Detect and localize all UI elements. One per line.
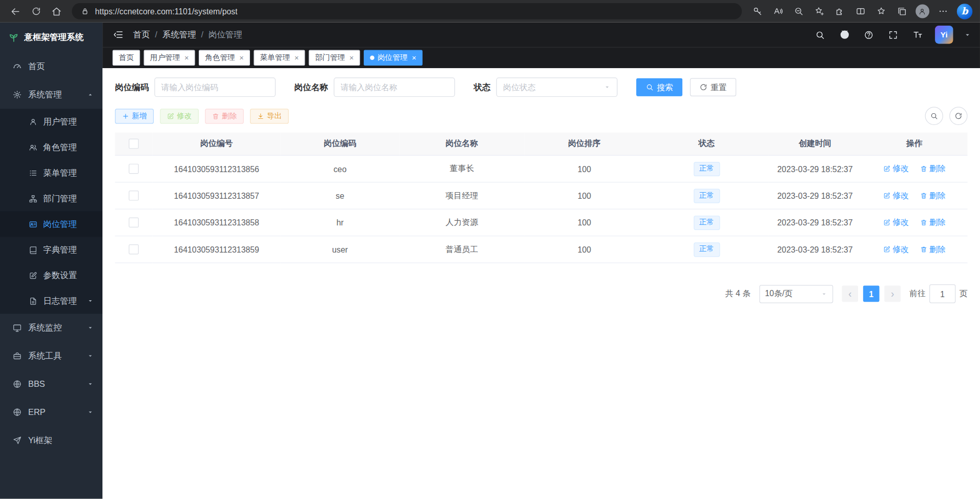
back-button[interactable] xyxy=(5,2,26,20)
sidebar-item-dept-mgmt[interactable]: 部门管理 xyxy=(0,185,102,211)
edit-icon xyxy=(883,245,891,253)
search-button[interactable]: 搜索 xyxy=(636,78,682,96)
row-delete-link[interactable]: 删除 xyxy=(920,163,946,174)
sidebar-item-system-mgmt[interactable]: 系统管理 xyxy=(0,80,102,109)
add-favorite-button[interactable] xyxy=(809,2,829,20)
sidebar-item-yi-framework[interactable]: Yi框架 xyxy=(0,426,102,454)
tab-user-mgmt[interactable]: 用户管理× xyxy=(144,50,195,66)
profile-avatar xyxy=(915,5,929,18)
close-icon[interactable]: × xyxy=(412,54,416,62)
tab-home[interactable]: 首页 xyxy=(113,50,140,66)
browser-menu-button[interactable] xyxy=(932,2,953,20)
read-aloud-button[interactable] xyxy=(767,2,788,20)
select-all-checkbox[interactable] xyxy=(129,139,139,149)
split-screen-button[interactable] xyxy=(850,2,870,20)
row-checkbox[interactable] xyxy=(129,218,139,228)
refresh-button[interactable] xyxy=(26,2,46,20)
user-avatar[interactable]: Yi xyxy=(935,26,953,44)
toggle-search-button[interactable] xyxy=(925,107,943,125)
row-checkbox[interactable] xyxy=(129,191,139,201)
sidebar-item-home[interactable]: 首页 xyxy=(0,52,102,80)
total-count: 共 4 条 xyxy=(725,288,750,299)
row-edit-link[interactable]: 修改 xyxy=(883,190,909,201)
sidebar-toggle-button[interactable] xyxy=(111,28,125,41)
row-edit-link[interactable]: 修改 xyxy=(883,244,909,255)
breadcrumb-system[interactable]: 系统管理 xyxy=(162,29,196,40)
row-delete-link[interactable]: 删除 xyxy=(920,217,946,228)
row-edit-link[interactable]: 修改 xyxy=(883,163,909,174)
edit-icon xyxy=(883,192,891,200)
row-delete-link[interactable]: 删除 xyxy=(920,244,946,255)
post-name-input[interactable] xyxy=(333,77,455,97)
status-label: 状态 xyxy=(474,81,491,93)
help-button[interactable] xyxy=(862,28,875,41)
font-size-button[interactable] xyxy=(911,28,925,41)
breadcrumb-home[interactable]: 首页 xyxy=(133,29,150,40)
tab-post-mgmt[interactable]: 岗位管理× xyxy=(364,50,423,66)
users-icon xyxy=(29,143,37,152)
add-button[interactable]: 新增 xyxy=(115,109,154,123)
reset-button[interactable]: 重置 xyxy=(690,78,736,96)
app-logo[interactable]: 意框架管理系统 xyxy=(0,23,102,53)
copilot-bing-button[interactable]: b xyxy=(957,4,973,19)
close-icon[interactable]: × xyxy=(295,54,299,62)
sidebar-item-bbs[interactable]: BBS xyxy=(0,370,102,398)
zoom-button[interactable] xyxy=(788,2,808,20)
post-code-input[interactable] xyxy=(154,77,276,97)
sidebar-item-menu-mgmt[interactable]: 菜单管理 xyxy=(0,160,102,185)
sidebar-item-post-mgmt[interactable]: 岗位管理 xyxy=(0,211,102,237)
next-page-button[interactable]: › xyxy=(884,286,901,302)
edit-icon xyxy=(883,219,891,226)
posts-table: 岗位编号 岗位编码 岗位名称 岗位排序 状态 创建时间 操作 16410305 xyxy=(115,133,967,263)
page-1-button[interactable]: 1 xyxy=(863,286,880,302)
row-delete-link[interactable]: 删除 xyxy=(920,190,946,201)
sidebar-item-role-mgmt[interactable]: 角色管理 xyxy=(0,134,102,160)
site-lock-icon xyxy=(80,7,89,15)
fullscreen-button[interactable] xyxy=(886,28,900,41)
key-icon xyxy=(752,6,762,16)
close-icon[interactable]: × xyxy=(184,54,189,62)
row-checkbox[interactable] xyxy=(129,244,139,255)
favorites-button[interactable] xyxy=(870,2,891,20)
delete-button[interactable]: 删除 xyxy=(205,109,244,123)
status-select[interactable]: 岗位状态 xyxy=(496,77,618,97)
page-size-select[interactable]: 10条/页 xyxy=(759,285,833,303)
github-button[interactable] xyxy=(838,28,851,41)
export-button[interactable]: 导出 xyxy=(250,109,289,123)
sidebar-item-log-mgmt[interactable]: 日志管理 xyxy=(0,288,102,314)
split-screen-icon xyxy=(856,6,866,16)
prev-page-button[interactable]: ‹ xyxy=(842,286,858,302)
header-search-button[interactable] xyxy=(813,28,827,41)
browser-profile-button[interactable] xyxy=(912,2,932,20)
refresh-table-button[interactable] xyxy=(949,107,967,125)
book-icon xyxy=(29,245,37,254)
sidebar-item-dict-mgmt[interactable]: 字典管理 xyxy=(0,237,102,262)
tab-menu-mgmt[interactable]: 菜单管理× xyxy=(254,50,305,66)
edit-button[interactable]: 修改 xyxy=(160,109,199,123)
globe-icon xyxy=(12,380,22,389)
sidebar-item-user-mgmt[interactable]: 用户管理 xyxy=(0,109,102,134)
address-bar[interactable]: https://ccnetcore.com:1101/system/post xyxy=(72,3,742,19)
screen: https://ccnetcore.com:1101/system/post b… xyxy=(0,0,980,499)
browser-home-button[interactable] xyxy=(46,2,67,20)
tab-role-mgmt[interactable]: 角色管理× xyxy=(199,50,250,66)
sidebar-item-system-tools[interactable]: 系统工具 xyxy=(0,342,102,370)
extensions-button[interactable] xyxy=(829,2,850,20)
close-icon[interactable]: × xyxy=(239,54,244,62)
col-post-name: 岗位名称 xyxy=(400,133,525,156)
bing-icon: b xyxy=(962,6,968,17)
goto-page-input[interactable] xyxy=(929,284,955,303)
star-icon xyxy=(876,6,886,16)
sidebar-item-param-settings[interactable]: 参数设置 xyxy=(0,262,102,288)
row-edit-link[interactable]: 修改 xyxy=(883,217,909,228)
hamburger-icon xyxy=(113,29,123,40)
col-post-sort: 岗位排序 xyxy=(525,133,644,156)
tab-dept-mgmt[interactable]: 部门管理× xyxy=(309,50,360,66)
sidebar-item-erp[interactable]: ERP xyxy=(0,398,102,426)
sidebar-item-system-monitor[interactable]: 系统监控 xyxy=(0,314,102,342)
password-manager-button[interactable] xyxy=(747,2,767,20)
row-checkbox[interactable] xyxy=(129,164,139,174)
close-icon[interactable]: × xyxy=(349,54,354,62)
breadcrumb-separator: / xyxy=(201,30,204,39)
collections-button[interactable] xyxy=(891,2,912,20)
